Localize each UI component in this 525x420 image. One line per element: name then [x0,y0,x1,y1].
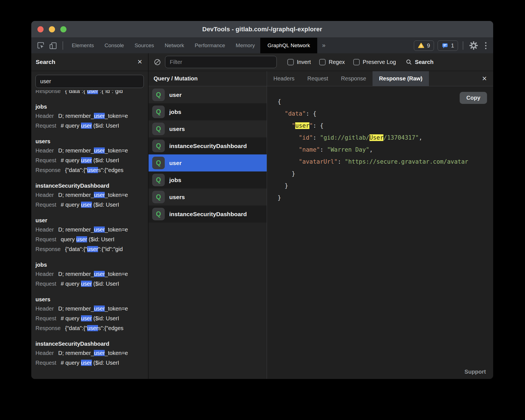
search-result-row[interactable]: Response{"data":{"user":{"id":"gid [35,244,148,254]
json-indent [278,146,299,153]
tab-performance[interactable]: Performance [189,38,230,53]
search-match-highlight: user [94,192,105,198]
json-line: } [278,180,493,192]
detail-tab-headers[interactable]: Headers [267,71,301,86]
search-result-row[interactable]: Response{"data":{"user":{"id":"gid [35,90,148,96]
search-result-row[interactable]: Response{"data":{"users":{"edges [35,165,148,175]
search-result-row[interactable]: Response{"data":{"users":{"edges [35,323,148,333]
result-row-label: Header [35,306,54,312]
search-result-row[interactable]: HeaderD; remember_user_token=e [35,111,148,121]
result-row-label: Request [35,123,56,129]
device-toolbar-button[interactable] [47,38,59,53]
checkbox-box-regex[interactable] [319,59,326,65]
tab-console[interactable]: Console [99,38,129,53]
tab-graphql-network[interactable]: GraphQL Network [260,38,317,53]
tab-elements[interactable]: Elements [66,38,99,53]
query-list-item-user[interactable]: Quser [149,86,267,103]
checkbox-label: Invert [297,59,311,65]
result-row-label: Request [35,236,56,242]
search-match-highlight: user [94,147,105,154]
panes: Query / Mutation QuserQjobsQusersQinstan… [149,71,493,379]
search-result-row[interactable]: HeaderD; remember_user_token=e [35,146,148,156]
result-text: {"data":{" [65,246,87,252]
more-tabs-button[interactable]: » [317,38,330,53]
messages-badge[interactable]: 1 [438,40,458,51]
device-toolbar-icon [49,41,57,50]
more-options-button[interactable] [483,42,489,49]
query-list-item-instancesecuritydashboard[interactable]: QinstanceSecurityDashboard [149,137,267,154]
query-item-label: user [169,160,182,166]
inspect-element-button[interactable] [35,38,47,53]
checkbox-box-preserve-log[interactable] [353,59,360,65]
json-token: " [292,122,295,129]
clear-icon[interactable] [154,58,161,66]
panel-tabs: ElementsConsoleSourcesNetworkPerformance… [66,38,317,53]
detail-tab-response-raw[interactable]: Response (Raw) [373,71,429,86]
query-list-item-jobs[interactable]: Qjobs [149,171,267,188]
search-result-row[interactable]: Request# query user ($id: UserI [35,358,148,368]
network-area: InvertRegexPreserve Log Search Query / M… [149,53,493,379]
result-group-title: users [35,137,148,146]
search-result-row[interactable]: HeaderD; remember_user_token=e [35,304,148,314]
search-result-row[interactable]: Request# query user ($id: UserI [35,200,148,210]
result-text: # query [61,281,81,287]
tab-memory[interactable]: Memory [230,38,260,53]
toolbar-separator [463,41,463,50]
search-match-highlight: User [369,134,384,141]
result-text: D; remember_ [58,113,94,119]
search-result-row[interactable]: Request# query user ($id: UserI [35,156,148,165]
json-token: "https://secure.gravatar.com/avatar [345,158,468,165]
result-text: ($id: UserI [92,157,119,163]
search-result-row[interactable]: HeaderD; remember_user_token=e [35,225,148,235]
filter-input[interactable] [165,56,277,68]
detail-tab-request[interactable]: Request [301,71,335,86]
query-list-item-users[interactable]: Qusers [149,120,267,137]
search-toggle[interactable]: Search [405,59,434,65]
detail-tab-response[interactable]: Response [335,71,373,86]
message-count: 1 [451,42,454,49]
checkbox-label: Preserve Log [363,59,396,65]
checkbox-preserve-log[interactable]: Preserve Log [353,59,396,65]
checkbox-invert[interactable]: Invert [287,59,311,65]
close-icon[interactable]: ✕ [137,58,142,66]
query-list-item-users[interactable]: Qusers [149,188,267,206]
settings-button[interactable] [468,41,479,50]
copy-button[interactable]: Copy [460,92,487,104]
result-text: # query [61,315,81,321]
zoom-window-button[interactable] [60,26,66,32]
result-text: _token=e [105,306,128,312]
search-results-list: Response{"data":{"user":{"id":"gidjobsHe… [31,90,148,379]
close-window-button[interactable] [37,26,44,32]
tab-network[interactable]: Network [159,38,190,53]
minimize-window-button[interactable] [49,26,55,32]
result-text: ($id: UserI [92,281,119,287]
search-result-row[interactable]: Request# query user ($id: UserI [35,121,148,131]
search-match-highlight: user [94,271,105,277]
search-result-row[interactable]: Request# query user ($id: UserI [35,279,148,289]
result-row-label: Header [35,271,54,277]
tab-sources[interactable]: Sources [129,38,159,53]
query-list-item-jobs[interactable]: Qjobs [149,103,267,120]
search-result-row[interactable]: Request# query user ($id: UserI [35,314,148,323]
result-text: D; remember_ [58,192,94,198]
support-link[interactable]: Support [464,369,486,375]
query-list-item-user[interactable]: Quser [149,154,267,171]
query-list-item-instancesecuritydashboard[interactable]: QinstanceSecurityDashboard [149,206,267,223]
query-type-icon: Q [152,106,165,118]
search-match-highlight: user [94,113,105,119]
search-result-row[interactable]: HeaderD; remember_user_token=e [35,190,148,200]
search-result-row[interactable]: HeaderD; remember_user_token=e [35,269,148,279]
json-token: { [278,98,281,105]
result-text: {"data":{" [65,167,87,173]
clipped-result-row: Response{"data":{"user":{"id":"gid [35,90,148,96]
search-icon [405,59,412,65]
close-icon[interactable]: ✕ [482,75,487,82]
checkbox-regex[interactable]: Regex [319,59,345,65]
query-type-icon: Q [152,157,165,169]
search-result-row[interactable]: Requestquery user ($id: UserI [35,235,148,244]
warnings-badge[interactable]: 9 [414,40,434,51]
json-token: { [320,122,324,129]
checkbox-box-invert[interactable] [287,59,294,65]
search-input[interactable] [35,75,144,88]
search-result-row[interactable]: HeaderD; remember_user_token=e [35,348,148,358]
